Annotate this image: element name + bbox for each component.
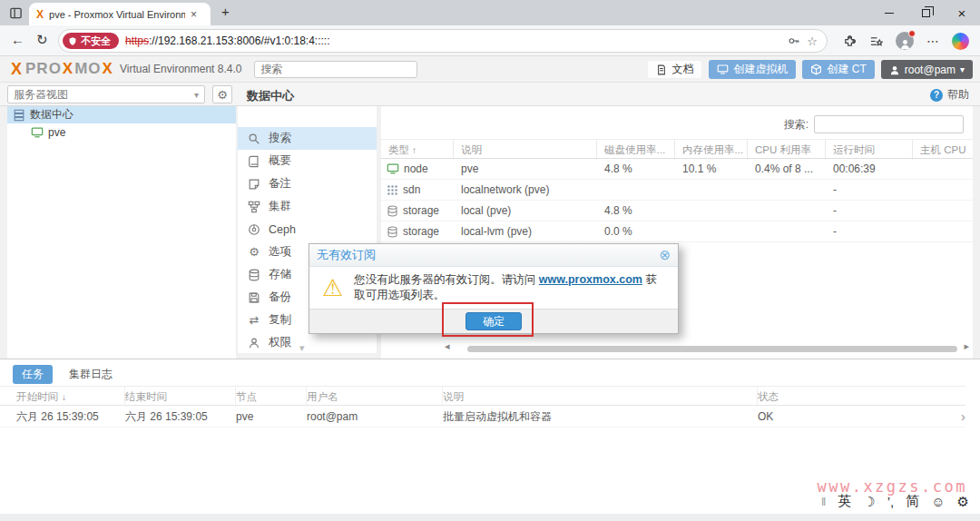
tree-item-pve[interactable]: pve bbox=[7, 123, 236, 141]
horizontal-scrollbar[interactable] bbox=[467, 346, 957, 352]
dialog-close-icon[interactable]: ⊗ bbox=[659, 247, 671, 263]
uptime-cell: - bbox=[826, 225, 913, 238]
col-header-type[interactable]: 类型↑ bbox=[381, 140, 454, 160]
nav-item-notes[interactable]: 备注 bbox=[238, 172, 377, 195]
extensions-puzzle-icon[interactable] bbox=[843, 34, 857, 48]
ime-fullwidth-moon-icon[interactable]: ☽ bbox=[863, 494, 875, 510]
help-button[interactable]: ? 帮助 bbox=[930, 87, 969, 103]
proxmox-link[interactable]: www.proxmox.com bbox=[539, 273, 642, 286]
browser-tab[interactable]: X pve - Proxmox Virtual Environme × bbox=[29, 3, 211, 25]
restore-button[interactable] bbox=[907, 0, 944, 25]
tab-tasks[interactable]: 任务 bbox=[13, 365, 53, 384]
grid-row-sdn[interactable]: sdn localnetwork (pve) - bbox=[381, 180, 973, 201]
create-vm-button[interactable]: 创建虚拟机 bbox=[709, 60, 796, 79]
desc-cell: localnetwork (pve) bbox=[454, 183, 597, 196]
disk-cell: 4.8 % bbox=[597, 204, 675, 217]
tree-item-datacenter[interactable]: 数据中心 bbox=[7, 106, 236, 123]
node-icon bbox=[31, 126, 44, 139]
create-ct-button[interactable]: 创建 CT bbox=[802, 60, 874, 79]
address-bar[interactable]: 不安全 https://192.168.21.153:8006/#v1:0:18… bbox=[58, 29, 828, 53]
ime-settings-gear-icon[interactable]: ⚙ bbox=[957, 494, 969, 510]
col-header-disk[interactable]: 磁盘使用率... bbox=[597, 140, 675, 160]
ime-simplified-toggle[interactable]: 简 bbox=[906, 493, 919, 510]
product-version: Virtual Environment 8.4.0 bbox=[120, 63, 242, 75]
grid-filter: 搜索: bbox=[784, 115, 964, 133]
refresh-button[interactable]: ↻ bbox=[36, 32, 48, 48]
caret-down-icon: ▾ bbox=[194, 90, 199, 100]
task-row[interactable]: 六月 26 15:39:05 六月 26 15:39:05 pve root@p… bbox=[0, 407, 965, 428]
monitor-icon bbox=[717, 64, 729, 75]
nav-item-label: 搜索 bbox=[269, 131, 291, 146]
nav-item-label: 概要 bbox=[269, 153, 291, 169]
col-header-mem[interactable]: 内存使用率... bbox=[675, 140, 748, 160]
disk-cell: 4.8 % bbox=[597, 162, 675, 175]
dialog-message: 您没有此服务器的有效订阅。请访问 www.proxmox.com 获取可用选项列… bbox=[354, 272, 665, 303]
status-cell: OK bbox=[758, 410, 965, 423]
col-header-user[interactable]: 用户名 bbox=[307, 387, 443, 407]
ime-language-toggle[interactable]: 英 bbox=[838, 493, 851, 510]
more-menu-icon[interactable]: ⋯ bbox=[926, 34, 939, 48]
nav-item-ceph[interactable]: Ceph bbox=[238, 218, 377, 241]
dialog-header[interactable]: 无有效订阅 ⊗ bbox=[309, 244, 678, 267]
taskbar-handle-icon[interactable]: ‖ bbox=[821, 495, 826, 508]
close-button[interactable]: × bbox=[944, 0, 980, 25]
col-header-end[interactable]: 结束时间 bbox=[125, 387, 236, 407]
col-header-hostcpu[interactable]: 主机 CPU bbox=[913, 140, 973, 160]
nav-item-label: 集群 bbox=[269, 199, 291, 214]
task-detail-chevron-icon[interactable]: › bbox=[961, 408, 965, 424]
user-menu-button[interactable]: root@pam ▾ bbox=[881, 60, 973, 79]
ime-punctuation-icon[interactable]: ’, bbox=[887, 494, 895, 509]
favorites-collections-icon[interactable] bbox=[869, 34, 883, 48]
vertical-tabs-icon[interactable] bbox=[7, 5, 24, 21]
gear-icon: ⚙ bbox=[247, 245, 261, 259]
minimize-icon bbox=[885, 13, 894, 14]
documentation-button[interactable]: 文档 bbox=[647, 60, 702, 79]
mem-cell: 10.1 % bbox=[675, 162, 748, 175]
password-key-icon[interactable] bbox=[788, 34, 800, 47]
task-panel: 任务 集群日志 开始时间↓ 结束时间 节点 用户名 说明 状态 六月 26 15… bbox=[0, 359, 980, 439]
tab-cluster-log[interactable]: 集群日志 bbox=[69, 367, 113, 382]
desc-cell: pve bbox=[454, 162, 597, 175]
grid-row-node-pve[interactable]: node pve 4.8 % 10.1 % 0.4% of 8 ... 00:0… bbox=[381, 159, 973, 180]
type-cell: storage bbox=[381, 225, 454, 238]
nav-item-summary[interactable]: 概要 bbox=[238, 150, 377, 172]
col-header-desc[interactable]: 说明 bbox=[454, 140, 597, 160]
col-header-desc[interactable]: 说明 bbox=[443, 387, 758, 407]
copilot-icon[interactable] bbox=[952, 33, 969, 50]
uptime-cell: - bbox=[826, 204, 913, 217]
panel-collapse-icon[interactable]: ▾ bbox=[299, 342, 305, 354]
dialog-title: 无有效订阅 bbox=[317, 247, 376, 263]
grid-row-storage-local[interactable]: storage local (pve) 4.8 % - bbox=[381, 201, 973, 221]
profile-avatar[interactable] bbox=[896, 32, 914, 50]
col-header-node[interactable]: 节点 bbox=[236, 387, 307, 407]
col-header-uptime[interactable]: 运行时间 bbox=[826, 140, 913, 160]
nav-item-search[interactable]: 搜索 bbox=[238, 127, 377, 150]
caret-down-icon: ▾ bbox=[960, 64, 965, 74]
user-icon bbox=[889, 64, 900, 75]
hscroll-left-icon[interactable]: ◂ bbox=[445, 340, 450, 352]
col-header-status[interactable]: 状态 bbox=[758, 387, 965, 407]
back-button[interactable]: ← bbox=[11, 32, 24, 47]
not-secure-badge[interactable]: 不安全 bbox=[63, 33, 119, 49]
bookmark-star-icon[interactable]: ☆ bbox=[807, 34, 818, 48]
tree-settings-button[interactable]: ⚙ bbox=[212, 85, 232, 103]
minimize-button[interactable] bbox=[871, 0, 907, 25]
tab-close-icon[interactable]: × bbox=[191, 8, 197, 21]
nav-item-label: 选项 bbox=[269, 244, 291, 260]
end-cell: 六月 26 15:39:05 bbox=[125, 409, 236, 425]
grid-header-row: 类型↑ 说明 磁盘使用率... 内存使用率... CPU 利用率 运行时间 主机… bbox=[381, 139, 973, 159]
taskbar-strip bbox=[0, 514, 980, 521]
view-mode-select[interactable]: 服务器视图 ▾ bbox=[7, 85, 205, 103]
global-search-input[interactable] bbox=[254, 61, 417, 78]
col-header-start[interactable]: 开始时间↓ bbox=[16, 387, 125, 407]
grid-row-storage-local-lvm[interactable]: storage local-lvm (pve) 0.0 % - bbox=[381, 221, 973, 242]
nav-item-permissions[interactable]: 权限 bbox=[238, 331, 377, 353]
url-scheme: https bbox=[125, 34, 149, 47]
ime-emoji-icon[interactable]: ☺ bbox=[931, 494, 945, 509]
tree-item-label: 数据中心 bbox=[30, 107, 74, 123]
col-header-cpu[interactable]: CPU 利用率 bbox=[748, 140, 826, 160]
nav-item-cluster[interactable]: 集群 bbox=[238, 195, 377, 218]
hscroll-right-icon[interactable]: ▸ bbox=[964, 340, 969, 352]
new-tab-button[interactable]: + bbox=[221, 4, 230, 19]
grid-filter-input[interactable] bbox=[814, 115, 964, 133]
